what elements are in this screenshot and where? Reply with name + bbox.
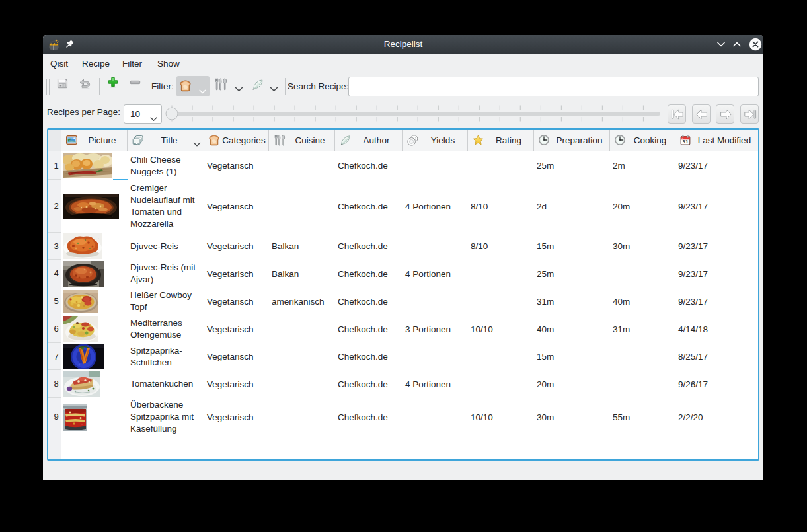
cell-rating[interactable]: 8/10 [468,233,534,260]
cell-yields[interactable] [403,343,468,370]
table-row[interactable]: 5 Heißer Cowboy To [48,287,758,315]
table-corner-cell[interactable] [48,130,61,151]
column-header-preparation[interactable]: Preparation [534,130,610,151]
cell-title[interactable]: Chili Cheese Nuggets (1) [128,151,204,180]
cell-categories[interactable]: Vegetarisch [204,233,269,260]
cell-preparation[interactable]: 40m [534,315,610,343]
cell-preparation[interactable]: 31m [534,287,610,315]
cell-title[interactable]: Mediterranes Ofengemüse [128,315,204,343]
row-number[interactable]: 8 [48,370,61,398]
cell-author[interactable]: Chefkoch.de [335,315,403,343]
cell-author[interactable]: Chefkoch.de [335,370,403,398]
save-button[interactable] [57,77,68,92]
previous-page-button[interactable] [692,104,711,124]
undo-button[interactable] [79,77,91,92]
filter-categories-button[interactable] [176,76,210,96]
cell-categories[interactable]: Vegetarisch [204,343,269,370]
cell-last-modified[interactable]: 9/23/17 [675,180,758,233]
close-button[interactable] [749,38,761,50]
cell-title[interactable]: Überbackene Spitzpaprika mit Käsefüllung [128,398,204,436]
cell-cuisine[interactable] [269,151,335,180]
cell-last-modified[interactable]: 9/23/17 [675,151,758,180]
cell-author[interactable]: Chefkoch.de [335,398,403,436]
cell-categories[interactable]: Vegetarisch [204,180,269,233]
cell-preparation[interactable]: 15m [534,343,610,370]
cell-categories[interactable]: Vegetarisch [204,151,269,180]
cell-preparation[interactable]: 15m [534,233,610,260]
filter-cuisine-button[interactable] [214,78,227,93]
cell-rating[interactable] [468,151,534,180]
last-page-button[interactable] [740,104,759,124]
cell-last-modified[interactable]: 9/23/17 [675,233,758,260]
cell-rating[interactable] [468,260,534,287]
column-header-last-modified[interactable]: 31 Last Modified [675,130,758,151]
table-row[interactable]: 7 Spitzpaprika-Schiffchen Vegetarisch [48,343,758,370]
cell-cooking[interactable]: 2m [610,151,675,180]
cell-picture[interactable] [61,180,128,233]
cell-cooking[interactable]: 31m [610,315,675,343]
cell-picture[interactable] [61,370,128,398]
cell-cooking[interactable] [610,260,675,287]
cell-categories[interactable]: Vegetarisch [204,260,269,287]
cell-preparation[interactable]: 25m [534,151,610,180]
row-number[interactable]: 9 [48,398,61,436]
cell-picture[interactable] [61,151,128,180]
row-number[interactable]: 6 [48,315,61,343]
table-row[interactable]: 9 Überbackene Spitzpaprika mit Käsefüllu… [48,398,758,436]
cell-cuisine[interactable] [269,180,335,233]
cell-yields[interactable] [403,151,468,180]
row-number[interactable]: 5 [48,287,61,315]
cell-picture[interactable] [61,398,128,436]
cell-yields[interactable]: 4 Portionen [403,370,468,398]
cell-rating[interactable] [468,370,534,398]
cell-picture[interactable] [61,287,128,315]
row-number[interactable]: 7 [48,343,61,370]
cell-cooking[interactable]: 30m [610,233,675,260]
next-page-button[interactable] [716,104,734,124]
cell-last-modified[interactable]: 8/25/17 [675,343,758,370]
cell-cooking[interactable]: 55m [610,398,675,436]
cell-categories[interactable]: Vegetarisch [204,370,269,398]
column-header-author[interactable]: Author [335,130,403,151]
column-header-rating[interactable]: Rating [468,130,534,151]
cell-yields[interactable] [403,287,468,315]
toolbar-drag-handle[interactable] [46,79,50,95]
search-input[interactable] [348,77,759,96]
table-row[interactable]: 8 [48,370,758,398]
cell-title[interactable]: Heißer Cowboy Topf [128,287,204,315]
table-row[interactable]: 1 [48,151,758,180]
column-header-yields[interactable]: Yields [403,130,468,151]
cell-preparation[interactable]: 30m [534,398,610,436]
minimize-button[interactable] [715,38,727,50]
cell-yields[interactable]: 4 Portionen [403,180,468,233]
cell-last-modified[interactable]: 2/2/20 [675,398,758,436]
cell-picture[interactable] [61,260,128,287]
row-number[interactable]: 2 [48,180,61,233]
cell-cuisine[interactable]: Balkan [269,233,335,260]
titlebar[interactable]: Recipelist [43,35,763,54]
cell-author[interactable]: Chefkoch.de [335,343,403,370]
cell-picture[interactable] [61,233,128,260]
remove-recipe-button[interactable] [130,77,141,91]
chevron-down-icon[interactable] [270,83,278,95]
cell-yields[interactable] [403,233,468,260]
menu-filter[interactable]: Filter [122,54,142,74]
cell-title[interactable]: Spitzpaprika-Schiffchen [128,343,204,370]
cell-preparation[interactable]: 20m [534,370,610,398]
cell-yields[interactable] [403,398,468,436]
cell-title[interactable]: Tomatenkuchen [128,370,204,398]
per-page-combobox[interactable]: 10 [124,104,162,124]
table-row[interactable]: 4 Djuvec- [48,260,758,287]
column-header-cuisine[interactable]: Cuisine [269,130,335,151]
cell-cooking[interactable]: 40m [610,287,675,315]
cell-rating[interactable] [468,343,534,370]
cell-rating[interactable] [468,287,534,315]
cell-title[interactable]: Djuvec-Reis (mit Ajvar) [128,260,204,287]
row-number[interactable]: 3 [48,233,61,260]
cell-picture[interactable] [61,315,128,343]
row-number[interactable]: 1 [48,151,61,180]
cell-categories[interactable]: Vegetarisch [204,315,269,343]
add-recipe-button[interactable] [108,77,118,91]
cell-last-modified[interactable]: 9/26/17 [675,370,758,398]
table-row[interactable]: 2 Cremige [48,180,758,233]
